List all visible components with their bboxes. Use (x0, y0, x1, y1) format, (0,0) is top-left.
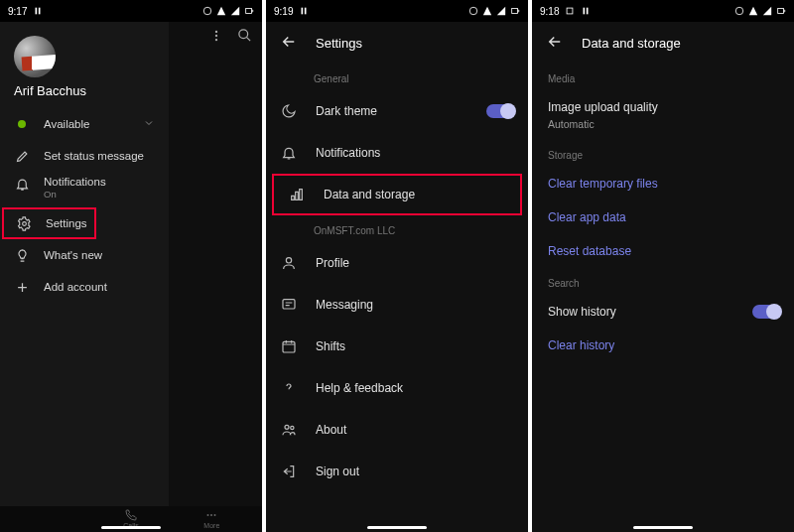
back-arrow-icon[interactable] (546, 33, 564, 54)
show-history-label: Show history (548, 305, 616, 319)
nav-more[interactable]: More (192, 509, 231, 529)
phone-1-sidebar-screen: 9:17 Arif Bacchus Available (0, 0, 262, 532)
teams-icon (280, 421, 298, 439)
data-storage-row[interactable]: Data and storage (272, 174, 522, 215)
dark-theme-row[interactable]: Dark theme (266, 90, 528, 132)
moon-icon (280, 102, 298, 120)
svg-point-5 (215, 34, 217, 36)
section-label-media: Media (532, 64, 794, 90)
help-row[interactable]: Help & feedback (266, 367, 528, 409)
svg-rect-1 (39, 8, 41, 15)
svg-point-7 (239, 30, 248, 39)
section-label-general: General (266, 64, 528, 90)
svg-rect-22 (584, 8, 586, 15)
chat-icon (280, 296, 298, 314)
upload-quality-value: Automatic (532, 118, 794, 140)
more-horiz-icon (205, 509, 217, 521)
bell-icon (280, 144, 298, 162)
settings-row[interactable]: Settings (2, 207, 96, 239)
svg-point-14 (469, 7, 477, 15)
help-icon (280, 379, 298, 397)
screenshot-icon (565, 6, 575, 16)
add-account-row[interactable]: Add account (0, 271, 169, 303)
svg-rect-18 (283, 341, 295, 352)
shifts-row[interactable]: Shifts (266, 326, 528, 367)
svg-point-8 (22, 221, 26, 225)
dark-theme-label: Dark theme (316, 104, 377, 118)
about-label: About (316, 423, 346, 437)
clear-app-label: Clear app data (548, 210, 626, 224)
calendar-icon (280, 337, 298, 355)
username-label: Arif Bacchus (0, 83, 169, 108)
section-label-storage: Storage (532, 140, 794, 167)
alarm-icon (299, 6, 309, 16)
clear-history-row[interactable]: Clear history (532, 329, 794, 362)
plus-icon (14, 279, 30, 295)
svg-rect-12 (302, 8, 304, 15)
notifications-value: On (44, 189, 106, 200)
show-history-row[interactable]: Show history (532, 295, 794, 329)
settings-label: Settings (46, 217, 87, 229)
show-history-toggle[interactable] (752, 305, 780, 319)
svg-rect-15 (512, 9, 518, 14)
section-label-org: OnMSFT.com LLC (266, 215, 528, 242)
whats-new-label: What's new (44, 249, 102, 261)
status-icons-right (468, 6, 520, 16)
notifications-row[interactable]: Notifications On (0, 172, 169, 207)
data-storage-label: Data and storage (324, 188, 415, 201)
section-label-search: Search (532, 268, 794, 295)
search-icon[interactable] (237, 28, 252, 46)
phone-3-data-storage-screen: 9:18 Data and storage Media Image upload… (532, 0, 794, 532)
svg-rect-17 (283, 300, 295, 309)
page-title: Data and storage (582, 36, 681, 51)
reset-db-row[interactable]: Reset database (532, 234, 794, 268)
clear-temp-label: Clear temporary files (548, 177, 658, 191)
shifts-label: Shifts (316, 339, 345, 353)
notifications-row[interactable]: Notifications (266, 132, 528, 174)
signout-row[interactable]: Sign out (266, 451, 528, 492)
about-row[interactable]: About (266, 409, 528, 451)
signout-icon (280, 463, 298, 480)
chevron-down-icon (143, 117, 155, 131)
set-status-label: Set status message (44, 150, 144, 162)
svg-point-19 (285, 425, 289, 429)
home-indicator[interactable] (633, 526, 693, 529)
edit-icon (14, 148, 30, 164)
profile-row[interactable]: Profile (266, 242, 528, 284)
nav-more-label: More (203, 522, 219, 529)
svg-rect-3 (246, 9, 252, 14)
reset-db-label: Reset database (548, 244, 631, 258)
add-account-label: Add account (44, 281, 107, 293)
person-icon (280, 254, 298, 272)
notifications-label: Notifications (44, 176, 106, 188)
more-vert-icon[interactable] (209, 29, 223, 46)
help-label: Help & feedback (316, 381, 403, 395)
svg-rect-0 (36, 8, 38, 15)
gear-icon (16, 215, 32, 231)
svg-rect-21 (568, 8, 574, 14)
bell-icon (14, 176, 30, 192)
presence-row[interactable]: Available (0, 108, 169, 140)
svg-point-6 (215, 38, 217, 40)
svg-point-4 (215, 30, 217, 32)
clear-temp-row[interactable]: Clear temporary files (532, 167, 794, 200)
messaging-row[interactable]: Messaging (266, 284, 528, 326)
whats-new-row[interactable]: What's new (0, 239, 169, 271)
status-bar: 9:17 (0, 0, 262, 22)
home-indicator[interactable] (101, 526, 161, 529)
avatar[interactable] (14, 36, 56, 77)
available-status-icon (14, 116, 30, 132)
status-bar: 9:19 (266, 0, 528, 22)
svg-point-11 (214, 514, 216, 516)
app-bar: Data and storage (532, 22, 794, 64)
set-status-row[interactable]: Set status message (0, 140, 169, 172)
page-title: Settings (316, 36, 362, 51)
back-arrow-icon[interactable] (280, 33, 298, 54)
svg-rect-25 (778, 9, 784, 14)
clear-app-row[interactable]: Clear app data (532, 200, 794, 234)
status-time: 9:18 (540, 6, 559, 17)
dark-theme-toggle[interactable] (486, 104, 514, 118)
home-indicator[interactable] (367, 526, 427, 529)
status-icons-right (734, 6, 786, 16)
status-time: 9:17 (8, 6, 27, 17)
